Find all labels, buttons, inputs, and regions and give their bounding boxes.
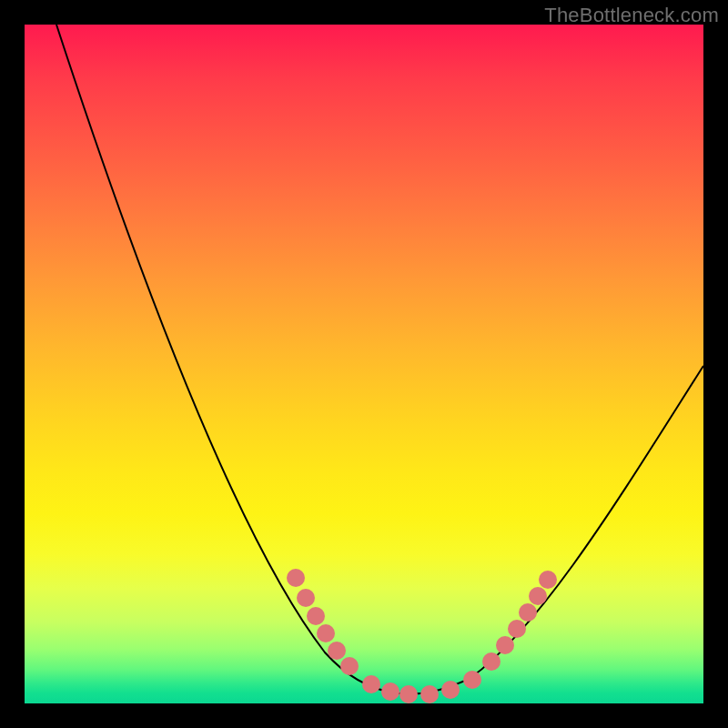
marker-dot [307,607,325,625]
marker-dot [420,685,439,703]
marker-dot [399,685,418,703]
marker-dot [496,636,514,654]
marker-dot [508,620,526,638]
watermark-text: TheBottleneck.com [544,4,719,27]
marker-dot [328,642,346,660]
marker-dot [362,675,380,693]
marker-dot [539,571,557,589]
marker-dot [297,589,315,607]
marker-dot [381,682,399,701]
marker-group [287,569,557,703]
marker-dot [441,681,460,699]
curve-layer [25,25,703,703]
marker-dot [287,569,305,587]
chart-frame: TheBottleneck.com [0,0,728,728]
marker-dot [519,603,537,622]
marker-dot [317,624,335,642]
marker-dot [340,657,359,675]
marker-dot [529,587,547,605]
marker-dot [482,652,500,671]
marker-dot [463,671,481,689]
bottleneck-curve [56,25,703,694]
